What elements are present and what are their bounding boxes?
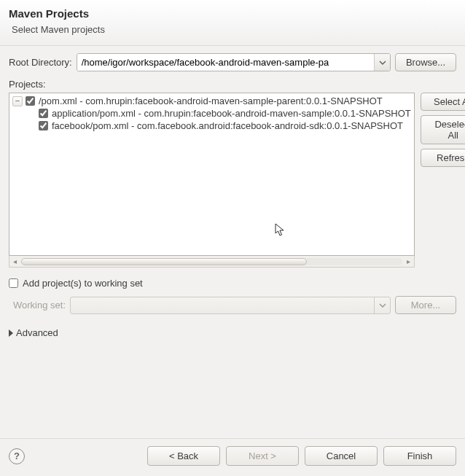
tree-row[interactable]: application/pom.xml - com.hrupin:faceboo…	[9, 107, 414, 120]
wizard-footer: ? < Back Next > Cancel Finish	[0, 438, 465, 476]
tree-collapse-toggle[interactable]: −	[12, 96, 23, 106]
working-set-checkbox-row: Add project(s) to working set	[9, 278, 456, 289]
wizard-body: Root Directory: Browse... Projects: −/po…	[0, 46, 465, 343]
page-subtitle: Select Maven projects	[12, 24, 456, 35]
tree-row[interactable]: −/pom.xml - com.hrupin:facebook-android-…	[9, 95, 414, 107]
wizard-header: Maven Projects Select Maven projects	[0, 0, 465, 46]
root-directory-combo[interactable]	[77, 53, 391, 71]
working-set-select[interactable]	[70, 297, 391, 314]
browse-button[interactable]: Browse...	[395, 53, 456, 71]
chevron-down-icon	[379, 302, 386, 309]
projects-label: Projects:	[9, 79, 456, 90]
root-directory-dropdown-button[interactable]	[374, 54, 390, 71]
projects-horizontal-scrollbar[interactable]: ◂ ▸	[9, 256, 415, 268]
tree-item-label: facebook/pom.xml - com.facebook.android:…	[52, 120, 403, 131]
advanced-expander[interactable]: Advanced	[9, 327, 456, 338]
scroll-left-arrow-icon[interactable]: ◂	[9, 257, 20, 265]
tree-row[interactable]: facebook/pom.xml - com.facebook.android:…	[9, 120, 414, 132]
scrollbar-thumb[interactable]	[21, 258, 307, 265]
root-directory-row: Root Directory: Browse...	[9, 53, 456, 71]
scroll-right-arrow-icon[interactable]: ▸	[404, 257, 414, 265]
tree-item-checkbox[interactable]	[39, 109, 48, 118]
working-set-field-row: Working set: More...	[9, 296, 456, 314]
add-to-working-set-label: Add project(s) to working set	[23, 278, 143, 289]
chevron-down-icon	[379, 59, 386, 66]
deselect-all-button[interactable]: Deselect All	[421, 115, 465, 144]
question-mark-icon: ?	[14, 450, 20, 461]
next-button[interactable]: Next >	[226, 446, 299, 466]
cancel-button[interactable]: Cancel	[305, 446, 378, 466]
projects-tree-wrap: −/pom.xml - com.hrupin:facebook-android-…	[9, 93, 415, 268]
tree-item-label: /pom.xml - com.hrupin:facebook-android-m…	[39, 95, 383, 106]
triangle-right-icon	[9, 329, 13, 337]
page-title: Maven Projects	[9, 7, 456, 20]
tree-item-checkbox[interactable]	[26, 96, 35, 106]
projects-tree[interactable]: −/pom.xml - com.hrupin:facebook-android-…	[9, 93, 415, 256]
root-directory-input[interactable]	[77, 54, 374, 71]
help-button[interactable]: ?	[9, 448, 25, 464]
advanced-label: Advanced	[16, 327, 58, 338]
scrollbar-track[interactable]	[21, 258, 402, 265]
back-button[interactable]: < Back	[147, 446, 220, 466]
projects-side-buttons: Select All Deselect All Refresh	[421, 93, 465, 268]
tree-item-checkbox[interactable]	[39, 121, 48, 130]
projects-area: −/pom.xml - com.hrupin:facebook-android-…	[9, 93, 456, 268]
working-set-label: Working set:	[13, 300, 66, 311]
refresh-button[interactable]: Refresh	[421, 149, 465, 167]
add-to-working-set-checkbox[interactable]	[9, 278, 18, 288]
tree-item-label: application/pom.xml - com.hrupin:faceboo…	[52, 108, 411, 119]
finish-button[interactable]: Finish	[383, 446, 456, 466]
working-set-dropdown-button[interactable]	[374, 297, 390, 313]
working-set-value	[71, 297, 374, 313]
working-set-more-button[interactable]: More...	[395, 296, 456, 314]
select-all-button[interactable]: Select All	[421, 93, 465, 111]
root-directory-label: Root Directory:	[9, 57, 72, 68]
